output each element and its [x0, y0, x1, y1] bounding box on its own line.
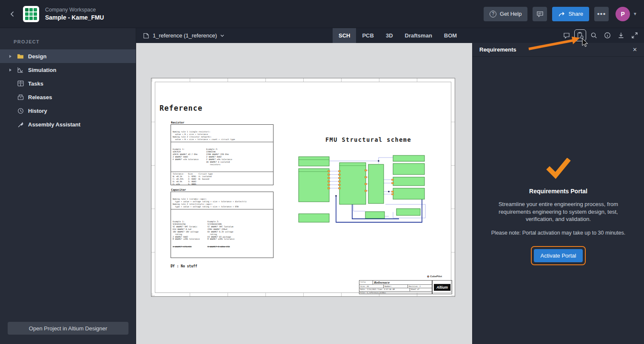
titleblock-size: Size: A3 [359, 285, 383, 288]
titleblock-number: Number: [383, 285, 407, 288]
portal-note: Please note: Portal activation may take … [478, 230, 639, 236]
comment-bubble-icon [563, 32, 570, 39]
close-icon[interactable]: ✕ [633, 46, 637, 53]
project-sidebar: PROJECT Design Simulation Tasks Releases [0, 28, 136, 344]
share-icon [558, 11, 565, 17]
release-box-icon [17, 94, 24, 100]
resistor-table: Tolerance Size Circuit type B: ±0.1% 1: … [171, 172, 273, 185]
sidebar-item-releases[interactable]: Releases [0, 90, 136, 104]
tab-3d[interactable]: 3D [380, 28, 399, 43]
requirements-panel-header: Requirements ✕ [473, 43, 644, 57]
sidebar-item-tasks[interactable]: Tasks [0, 77, 136, 90]
avatar[interactable]: P [616, 7, 630, 21]
search-button[interactable] [588, 29, 600, 41]
titleblock-logo-cell: Altium [432, 280, 452, 294]
tab-pcb[interactable]: PCB [356, 28, 379, 43]
titleblock-title-label: Title [359, 281, 373, 284]
capacitor-example-1-struck: X $NAME? X7R/X5R [173, 246, 200, 248]
titleblock-revision: Revision: 2 [407, 285, 432, 288]
portal-heading: Requirements Portal [487, 188, 630, 195]
fmu-scheme-title: FMU Structural scheme [310, 136, 427, 143]
requirements-panel: Requirements ✕ Requirements Portal Strea… [472, 43, 644, 344]
capacitor-rules: Naming rule 1 (ceramic caps): type + val… [171, 197, 273, 209]
tab-bom[interactable]: BOM [438, 28, 463, 43]
assembly-tool-icon [17, 121, 24, 128]
folder-icon [17, 54, 24, 59]
requirements-clipboard-clock-icon [577, 32, 584, 39]
schematic-canvas[interactable]: Reference Resistor Naming rule 1 (single… [136, 43, 472, 344]
resistor-spec-box: Naming rule 1 (single resistor): value +… [171, 124, 274, 185]
capacitor-spec-box: Naming rule 1 (ceramic caps): type + val… [171, 192, 274, 258]
schematic-sheet[interactable]: Reference Resistor Naming rule 1 (single… [151, 78, 455, 297]
capacitor-heading: Capacitor [171, 188, 186, 192]
sheet-title: Reference [160, 104, 202, 112]
title-block: Title Reference Size: A3 Number: Revisio… [359, 280, 432, 294]
sidebar-section-label: PROJECT [14, 39, 136, 44]
chevron-right-icon[interactable] [8, 68, 13, 72]
download-icon [618, 32, 624, 39]
sidebar-item-label: Simulation [28, 67, 56, 73]
titleblock-sheet-of: Sheet of [410, 288, 432, 291]
info-button[interactable] [601, 29, 613, 41]
sidebar-item-label: Releases [28, 94, 52, 100]
more-button[interactable]: ••• [594, 7, 609, 21]
cubepilot-brand: CubePilot [427, 275, 442, 278]
download-button[interactable] [615, 29, 627, 41]
capacitor-example-1: Example 1: SC0101GV25K SC $NAME? SMT Cer… [173, 221, 200, 241]
chevron-down-icon [220, 34, 224, 37]
project-logo-icon [23, 6, 39, 22]
search-icon [590, 32, 597, 39]
titleblock-title: Reference [373, 281, 432, 284]
sidebar-item-label: Tasks [28, 80, 43, 87]
activate-portal-button[interactable]: Activate Portal [534, 249, 583, 262]
get-help-label: Get Help [500, 11, 521, 17]
panel-title: Requirements [479, 46, 516, 53]
portal-description: Streamline your entire engineering proce… [487, 201, 630, 223]
sidebar-item-simulation[interactable]: Simulation [0, 63, 136, 77]
sidebar-item-design[interactable]: Design [0, 49, 136, 63]
tasks-board-icon [17, 80, 24, 86]
resistor-example-1: Example 1: 42R7K2F 42R7K $NAME? 42.7 Ohm… [173, 148, 199, 166]
toolbar-icons [561, 29, 641, 41]
orange-checkmark-icon [546, 158, 571, 179]
document-toolbar: 1_reference (1_reference) SCH PCB 3D Dra… [136, 28, 644, 43]
feedback-bubble-icon [536, 11, 544, 17]
expand-icon [631, 32, 638, 39]
help-icon: ? [490, 11, 496, 17]
titleblock-file: File: 1_reference.SchDoc [359, 292, 432, 295]
tab-sch[interactable]: SCH [333, 28, 356, 43]
capacitor-example-2-struck: 9 $NAME? 9 mOhm ESR [208, 246, 235, 248]
more-dots-icon: ••• [597, 12, 606, 16]
titleblock-date-time: Date: 7/13/2021 Time: 4:57:46 AM [359, 288, 410, 291]
workspace-name: Company Workspace [45, 7, 104, 13]
tab-draftsman[interactable]: Draftsman [399, 28, 438, 43]
document-selector[interactable]: 1_reference (1_reference) [143, 32, 224, 39]
resistor-example-2: Example 2: 220R224K 220R $NAME? 220 Ohm … [206, 148, 232, 166]
sidebar-item-history[interactable]: History [0, 104, 136, 118]
sidebar-item-label: Design [28, 53, 46, 60]
back-button[interactable] [7, 7, 18, 21]
requirements-button[interactable] [574, 29, 586, 41]
activate-portal-highlight: Activate Portal [531, 246, 586, 265]
account-menu[interactable]: P ▼ [616, 7, 637, 21]
open-in-altium-designer-button[interactable]: Open Project in Altium Designer [8, 322, 128, 335]
chevron-right-icon[interactable] [8, 54, 13, 58]
share-button[interactable]: Share [552, 7, 589, 21]
requirements-panel-body: Requirements Portal Streamline your enti… [473, 57, 644, 265]
document-selector-label: 1_reference (1_reference) [153, 32, 217, 39]
fullscreen-button[interactable] [629, 29, 641, 41]
chevron-left-icon [10, 11, 15, 17]
feedback-button[interactable] [533, 7, 547, 21]
schematic-sheet-icon [143, 33, 149, 39]
resistor-rules: Naming rule 1 (single resistor): value +… [171, 130, 273, 142]
comments-button[interactable] [561, 29, 573, 41]
history-clock-icon [17, 108, 24, 114]
chevron-down-icon[interactable]: ▼ [633, 11, 637, 16]
top-header: Company Workspace Sample - Kame_FMU ? Ge… [0, 0, 644, 28]
sidebar-item-label: History [28, 108, 47, 114]
get-help-button[interactable]: ? Get Help [484, 7, 527, 21]
resistor-heading: Resistor [171, 121, 184, 124]
project-name: Sample - Kame_FMU [45, 14, 104, 21]
info-icon [604, 32, 611, 39]
sidebar-item-assembly-assistant[interactable]: Assembly Assistant [0, 118, 136, 131]
